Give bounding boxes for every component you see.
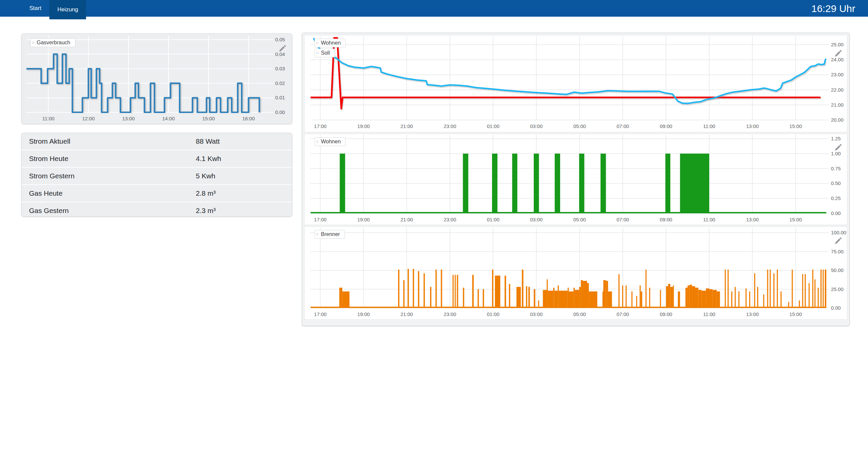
svg-text:16:00: 16:00 bbox=[242, 116, 255, 121]
brenner-chart-plot[interactable]: 0.0025.0050.0075.00100.0017:0019:0021:00… bbox=[311, 227, 848, 319]
row-label: Gas Gestern bbox=[22, 207, 196, 215]
svg-text:05:00: 05:00 bbox=[574, 311, 586, 317]
svg-text:21:00: 21:00 bbox=[400, 311, 413, 317]
table-row: Strom Gestern 5 Kwh bbox=[22, 168, 292, 185]
gasverbrauch-swatch-icon bbox=[32, 42, 34, 44]
svg-text:19:00: 19:00 bbox=[357, 123, 370, 129]
svg-text:0.00: 0.00 bbox=[275, 109, 285, 115]
svg-text:21:00: 21:00 bbox=[400, 123, 413, 129]
svg-text:03:00: 03:00 bbox=[530, 217, 543, 222]
gas-chart-panel: 0.000.010.020.030.040.0511:0012:0013:001… bbox=[21, 33, 292, 124]
svg-text:13:00: 13:00 bbox=[122, 116, 135, 121]
svg-text:75.00: 75.00 bbox=[831, 249, 844, 254]
svg-text:01:00: 01:00 bbox=[487, 123, 500, 129]
svg-text:100.00: 100.00 bbox=[831, 230, 846, 235]
svg-text:01:00: 01:00 bbox=[487, 311, 500, 317]
edit-brenner-chart-button[interactable] bbox=[834, 237, 842, 245]
legend-label: Soll bbox=[321, 50, 330, 56]
legend-item-brenner: Brenner bbox=[315, 230, 345, 239]
table-row: Strom Heute 4.1 Kwh bbox=[22, 151, 292, 168]
svg-text:0.50: 0.50 bbox=[831, 180, 841, 186]
svg-text:11:00: 11:00 bbox=[703, 217, 715, 222]
svg-text:07:00: 07:00 bbox=[617, 123, 629, 129]
table-row: Strom Aktuell 88 Watt bbox=[22, 133, 292, 151]
pencil-icon bbox=[834, 49, 842, 58]
row-label: Strom Aktuell bbox=[22, 137, 196, 145]
row-label: Strom Heute bbox=[22, 155, 196, 163]
svg-text:13:00: 13:00 bbox=[746, 123, 759, 129]
svg-text:13:00: 13:00 bbox=[746, 311, 759, 317]
tab-start[interactable]: Start bbox=[21, 0, 50, 17]
svg-text:15:00: 15:00 bbox=[789, 123, 802, 129]
temperature-chart-card: 20.0021.0022.0023.0024.0025.0017:0019:00… bbox=[304, 35, 847, 132]
stats-table: Strom Aktuell 88 Watt Strom Heute 4.1 Kw… bbox=[21, 133, 292, 217]
svg-text:23:00: 23:00 bbox=[444, 311, 456, 317]
svg-text:15:00: 15:00 bbox=[789, 217, 802, 222]
svg-text:05:00: 05:00 bbox=[574, 217, 586, 222]
table-row: Gas Gestern 2.3 m³ bbox=[22, 202, 292, 220]
edit-wohnen-onoff-chart-button[interactable] bbox=[834, 143, 842, 152]
svg-text:14:00: 14:00 bbox=[162, 116, 175, 121]
svg-text:50.00: 50.00 bbox=[831, 267, 844, 273]
svg-text:09:00: 09:00 bbox=[660, 217, 673, 222]
svg-text:09:00: 09:00 bbox=[660, 311, 673, 317]
svg-text:01:00: 01:00 bbox=[487, 217, 500, 222]
svg-text:11:00: 11:00 bbox=[703, 311, 715, 317]
wohnen-onoff-chart-card: 0.000.250.500.751.001.2517:0019:0021:002… bbox=[304, 134, 847, 225]
heating-charts-panel: 20.0021.0022.0023.0024.0025.0017:0019:00… bbox=[302, 33, 850, 326]
svg-text:0.75: 0.75 bbox=[831, 166, 841, 171]
svg-text:17:00: 17:00 bbox=[314, 123, 327, 129]
svg-text:0.00: 0.00 bbox=[831, 210, 841, 216]
svg-text:15:00: 15:00 bbox=[789, 311, 802, 317]
gas-chart-plot[interactable]: 0.000.010.020.030.040.0511:0012:0013:001… bbox=[26, 36, 292, 123]
row-value: 88 Watt bbox=[196, 137, 220, 145]
svg-text:0.03: 0.03 bbox=[275, 66, 285, 71]
svg-text:20.00: 20.00 bbox=[831, 117, 844, 123]
legend-item-wohnen: Wohnen bbox=[315, 39, 346, 47]
row-value: 4.1 Kwh bbox=[196, 155, 221, 163]
svg-text:17:00: 17:00 bbox=[314, 217, 327, 222]
svg-text:15:00: 15:00 bbox=[202, 116, 215, 121]
svg-text:11:00: 11:00 bbox=[703, 123, 715, 129]
edit-temperature-chart-button[interactable] bbox=[834, 49, 842, 58]
svg-text:19:00: 19:00 bbox=[357, 311, 370, 317]
legend-item-wohnen: Wohnen bbox=[315, 137, 346, 146]
svg-text:05:00: 05:00 bbox=[574, 123, 586, 129]
row-value: 2.8 m³ bbox=[196, 189, 216, 197]
wohnen-onoff-chart-plot[interactable]: 0.000.250.500.751.001.2517:0019:0021:002… bbox=[311, 135, 848, 224]
brenner-chart-legend: Brenner bbox=[315, 230, 345, 240]
top-nav: Start Heizung 16:29 Uhr bbox=[0, 0, 868, 17]
row-value: 5 Kwh bbox=[196, 172, 215, 180]
clock: 16:29 Uhr bbox=[811, 3, 855, 14]
svg-text:23:00: 23:00 bbox=[444, 217, 456, 222]
row-value: 2.3 m³ bbox=[196, 207, 216, 215]
svg-text:23:00: 23:00 bbox=[444, 123, 456, 129]
wohnen-swatch-icon bbox=[316, 141, 318, 143]
tab-heizung[interactable]: Heizung bbox=[50, 0, 86, 19]
svg-text:1.25: 1.25 bbox=[831, 136, 841, 141]
svg-text:13:00: 13:00 bbox=[746, 217, 759, 222]
table-row: Gas Heute 2.8 m³ bbox=[22, 185, 292, 202]
svg-text:0.02: 0.02 bbox=[275, 80, 285, 86]
edit-gas-chart-button[interactable] bbox=[278, 44, 286, 53]
svg-text:07:00: 07:00 bbox=[617, 217, 629, 222]
svg-text:22.00: 22.00 bbox=[831, 87, 844, 93]
row-label: Strom Gestern bbox=[22, 172, 196, 180]
svg-text:03:00: 03:00 bbox=[530, 311, 543, 317]
svg-text:23.00: 23.00 bbox=[831, 72, 844, 77]
row-label: Gas Heute bbox=[22, 189, 196, 197]
svg-text:12:00: 12:00 bbox=[82, 116, 95, 121]
svg-text:19:00: 19:00 bbox=[357, 217, 370, 222]
svg-text:0.25: 0.25 bbox=[831, 195, 841, 201]
svg-text:25.00: 25.00 bbox=[831, 286, 844, 292]
legend-item-soll: Soll bbox=[315, 49, 335, 57]
svg-text:07:00: 07:00 bbox=[617, 311, 629, 317]
svg-text:0.00: 0.00 bbox=[831, 305, 841, 311]
legend-label: Brenner bbox=[321, 231, 340, 237]
svg-text:21:00: 21:00 bbox=[400, 217, 413, 222]
legend-label: Wohnen bbox=[321, 139, 341, 145]
temperature-chart-legend: Wohnen Soll bbox=[315, 39, 346, 59]
temperature-chart-plot[interactable]: 20.0021.0022.0023.0024.0025.0017:0019:00… bbox=[311, 36, 848, 131]
legend-label: Wohnen bbox=[321, 40, 341, 46]
legend-label: Gasverbrauch bbox=[37, 40, 70, 46]
